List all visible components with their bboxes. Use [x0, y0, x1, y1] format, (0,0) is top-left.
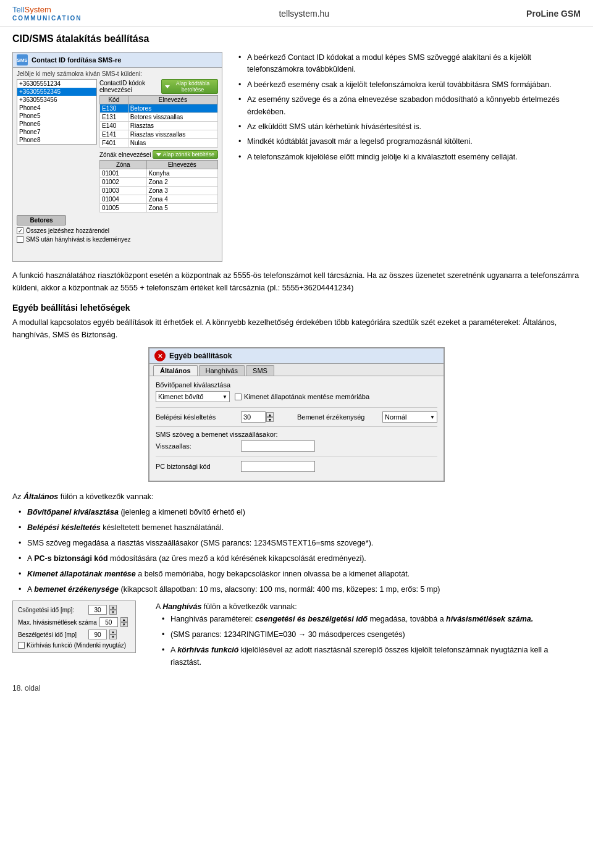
list-item[interactable]: Phone6: [17, 120, 96, 128]
max-hivas-input[interactable]: 50: [99, 617, 118, 627]
list-item: Mindkét kódtáblát javasolt már a legelső…: [238, 136, 581, 148]
code-cell: E130: [100, 104, 128, 113]
dropdown-arrow-icon: ▼: [430, 415, 435, 420]
code-cell: F401: [100, 139, 128, 148]
dropdown-arrow-icon: ▼: [222, 394, 227, 400]
hanghivas-bold: Hanghívás: [162, 602, 201, 611]
table-row[interactable]: 01005 Zona 5: [100, 204, 218, 213]
logo: TellSystem: [12, 5, 51, 14]
bemenet-dropdown[interactable]: Normál ▼: [382, 411, 437, 423]
tabs-bar: Általános Hanghívás SMS: [149, 364, 444, 376]
belepesi-input[interactable]: 30: [241, 411, 266, 423]
beszelgetesi-arrows: ▲ ▼: [109, 630, 117, 639]
egyeb-panel-title: Egyéb beállítások: [169, 352, 232, 360]
cid-panel-title: Contact ID fordítása SMS-re: [32, 56, 121, 64]
max-hivas-label: Max. hívásismétlések száma: [18, 619, 97, 626]
hanghivas-screenshot: Csöngetési idő [mp]: 30 ▲ ▼ Max. hívásis…: [12, 600, 146, 672]
table-row[interactable]: E130 Betores: [100, 104, 218, 113]
bold-text: hívásismétlések száma.: [446, 615, 533, 623]
phone-list-container: +36305551234 +36305552345 +3630553456 Ph…: [17, 79, 97, 213]
name-cell: Betores visszaallas: [128, 113, 217, 122]
list-item: SMS szöveg megadása a riasztás visszaáll…: [19, 537, 581, 549]
visszaallas-input[interactable]: [241, 440, 315, 452]
csongetesi-label: Csöngetési idő [mp]:: [18, 607, 86, 613]
zone-cell: 01004: [100, 195, 147, 204]
belepesi-down-arrow[interactable]: ▼: [266, 417, 274, 422]
table-row[interactable]: F401 Nulas: [100, 139, 218, 148]
altalanos-heading-text: Az Általános fülön a következők vannak:: [12, 491, 581, 503]
table-row[interactable]: E140 Riasztas: [100, 122, 218, 130]
sms-call-checkbox[interactable]: [17, 236, 23, 243]
name-cell: Riasztas visszaallas: [128, 130, 217, 139]
zone-name-cell: Zona 5: [146, 204, 217, 213]
divider: [156, 426, 437, 427]
korhivas-row: Körhívás funkció (Mindenki nyugtáz): [18, 642, 130, 649]
max-hivas-up[interactable]: ▲: [120, 617, 128, 622]
csongetesi-up[interactable]: ▲: [109, 605, 117, 610]
beszelgetesi-input[interactable]: 90: [88, 630, 107, 639]
list-item[interactable]: +36305551234: [17, 80, 96, 88]
zone-cell: 01002: [100, 178, 147, 187]
name-cell: Riasztas: [128, 122, 217, 130]
list-item: Belépési késleltetés késleltetett bemene…: [19, 521, 581, 534]
table-row[interactable]: E141 Riasztas visszaallas: [100, 130, 218, 139]
assign-checkbox[interactable]: [17, 227, 23, 234]
table-row[interactable]: 01003 Zona 3: [100, 187, 218, 195]
visszaallas-row: Visszaallas:: [156, 440, 437, 452]
list-item[interactable]: +36305552345: [17, 88, 96, 96]
sms-call-label: SMS után hányhívást is kezdeményez: [26, 236, 131, 243]
section-egyeb-heading: Egyéb beállítási lehetőségek: [12, 303, 581, 313]
table-row[interactable]: 01002 Zona 2: [100, 178, 218, 187]
bold-text: Bővítőpanel kiválasztása: [27, 508, 119, 516]
list-item[interactable]: Phone8: [17, 136, 96, 144]
csongetesi-down[interactable]: ▼: [109, 610, 117, 615]
betores-button[interactable]: Betores: [17, 215, 66, 225]
codes-table: Kód Elnevezés E130 Betores E13: [99, 95, 218, 148]
load-codes-btn[interactable]: Alap kódtábla betöltése: [161, 79, 218, 94]
egyeb-panel-titlebar: ✕ Egyéb beállítások: [149, 348, 444, 364]
belepesi-up-arrow[interactable]: ▲: [266, 412, 274, 417]
kimenet-bovito-dropdown[interactable]: Kimenet bővítő ▼: [156, 391, 230, 402]
code-cell: E140: [100, 122, 128, 130]
logo-tell: Tell: [12, 5, 25, 14]
page-title: CID/SMS átalakítás beállítása: [12, 33, 581, 44]
page-number: 18. oldal: [12, 684, 581, 693]
list-item[interactable]: Phone4: [17, 104, 96, 112]
beszelgetesi-row: Beszélgetési idő [mp] 90 ▲ ▼: [18, 630, 130, 639]
tab-altalanos[interactable]: Általános: [153, 365, 198, 376]
table-row[interactable]: E131 Betores visszaallas: [100, 113, 218, 122]
bovitopanel-group: Bővítőpanel kiválasztása Kimenet bővítő …: [156, 381, 437, 402]
list-item[interactable]: +3630553456: [17, 96, 96, 104]
zone-cell: 01003: [100, 187, 147, 195]
csongetesi-input[interactable]: 30: [88, 605, 107, 615]
list-item[interactable]: Phone7: [17, 128, 96, 136]
kimenet-allapot-checkbox[interactable]: [235, 394, 242, 400]
load-zones-btn[interactable]: Alap zónák betöltése: [153, 150, 218, 159]
list-item: A telefonszámok kijelölése előtt mindig …: [238, 151, 581, 163]
belepesi-arrows: ▲ ▼: [266, 412, 274, 422]
list-item: A beérkező Contact ID kódokat a modul ké…: [238, 52, 581, 76]
zone-cell: 01001: [100, 169, 147, 178]
bold-text: bemenet érzékenysége: [34, 585, 119, 594]
list-item[interactable]: Phone5: [17, 112, 96, 120]
hanghivas-section: Csöngetési idő [mp]: 30 ▲ ▼ Max. hívásis…: [12, 600, 581, 672]
logo-sub: COMMUNICATION: [12, 15, 82, 22]
table-row[interactable]: 01004 Zona 4: [100, 195, 218, 204]
sms-call-checkbox-row: SMS után hányhívást is kezdeményez: [17, 236, 218, 243]
table-row[interactable]: 01001 Konyha: [100, 169, 218, 178]
sms-icon: SMS: [17, 54, 28, 65]
max-hivas-down[interactable]: ▼: [120, 622, 128, 627]
tab-hanghivas[interactable]: Hanghívás: [199, 365, 245, 376]
max-hivas-row: Max. hívásismétlések száma 50 ▲ ▼: [18, 617, 130, 627]
page-content: CID/SMS átalakítás beállítása SMS Contac…: [0, 27, 593, 705]
beszelgetesi-down[interactable]: ▼: [109, 634, 117, 639]
pc-biztonsagi-row: PC biztonsági kód: [156, 461, 437, 472]
tab-sms[interactable]: SMS: [246, 365, 274, 376]
pc-biztonsagi-input[interactable]: [241, 461, 315, 472]
page-header: TellSystem COMMUNICATION tellsystem.hu P…: [0, 0, 593, 27]
bold-text: körhívás funkció: [177, 646, 238, 654]
korhivas-checkbox[interactable]: [18, 642, 25, 649]
beszelgetesi-up[interactable]: ▲: [109, 630, 117, 634]
beszelgetesi-label: Beszélgetési idő [mp]: [18, 631, 86, 638]
cid-panel-body: Jelölje ki mely számokra kíván SMS-t kül…: [13, 68, 222, 245]
